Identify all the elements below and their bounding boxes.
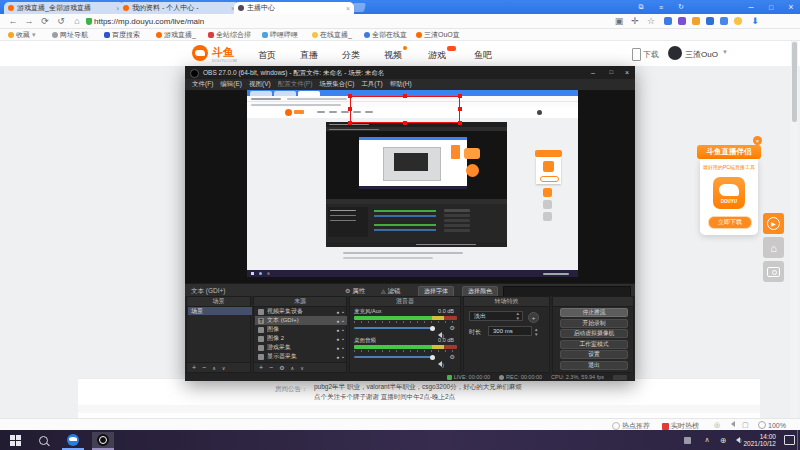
selection-handle[interactable] (403, 121, 407, 125)
gear-icon[interactable]: ⚙ (279, 364, 284, 371)
lock-icon[interactable]: ▪ (342, 309, 344, 315)
address-bar[interactable]: https://mp.douyu.com/live/main (94, 17, 204, 26)
username[interactable]: 三渣OuO (685, 49, 718, 60)
eye-icon[interactable]: ● (336, 309, 339, 315)
page-scrollbar[interactable] (791, 41, 798, 418)
obs-titlebar[interactable]: OBS 27.0.0 (64-bit, windows) - 配置文件: 未命名… (185, 66, 635, 79)
bookmark-item[interactable]: 网址导航 (52, 30, 88, 39)
duration-spinner[interactable]: ▲▼ (534, 327, 538, 337)
move-down-icon[interactable]: ∨ (222, 365, 226, 371)
check-icon[interactable]: ◎ (714, 421, 720, 429)
spinner-icons[interactable]: ▲▼ (516, 311, 520, 321)
selection-handle[interactable] (458, 94, 462, 98)
move-up-icon[interactable]: ∧ (291, 365, 295, 371)
promo-download-button[interactable]: 立即下载 (708, 216, 752, 229)
bookmark-item[interactable]: 哔哩哔哩 (262, 30, 298, 39)
bookmark-item[interactable]: 在线直播_ (312, 30, 352, 39)
duration-input[interactable]: 300 ms (488, 326, 532, 336)
settings-button[interactable]: 设置 (560, 350, 628, 359)
close-button[interactable]: × (782, 0, 800, 14)
download-icon[interactable]: ⬇ (748, 15, 762, 27)
obs-preview-canvas[interactable] (185, 90, 635, 283)
lock-icon[interactable]: ▪ (342, 336, 344, 342)
security-shield-icon[interactable] (86, 18, 92, 25)
extension-icon-2[interactable] (678, 17, 686, 25)
lock-icon[interactable]: ▪ (342, 345, 344, 351)
transitions-header[interactable]: 转场特效 (464, 297, 549, 307)
zoom-level[interactable]: 100% (758, 421, 786, 429)
menu-view[interactable]: 视图(V) (249, 80, 271, 89)
promo-close-icon[interactable]: × (753, 136, 762, 145)
properties-button[interactable]: ⚙ 属性 (345, 287, 365, 296)
mixer-header[interactable]: 混音器 (350, 297, 460, 307)
camera-quick-button[interactable] (763, 261, 784, 282)
move-up-icon[interactable]: ∧ (212, 365, 216, 371)
home-quick-button[interactable]: ⌂ (763, 237, 784, 258)
eye-icon[interactable]: ● (336, 327, 339, 333)
tab-close-icon[interactable]: × (346, 5, 350, 12)
selection-handle[interactable] (403, 94, 407, 98)
source-row[interactable]: 视频采集设备●▪ (255, 307, 347, 316)
speaker-icon[interactable]: ) (435, 353, 444, 371)
lock-icon[interactable]: ▪ (342, 318, 344, 324)
menu-edit[interactable]: 编辑(E) (220, 80, 242, 89)
eye-icon[interactable]: ● (336, 354, 339, 360)
browser-tab-2[interactable]: 我的资料 - 个人中心 - × (119, 2, 239, 14)
bookmark-item[interactable]: 百度搜索 (104, 30, 140, 39)
taskbar-obs[interactable] (92, 432, 114, 450)
source-row[interactable]: 显示器采集●▪ (255, 352, 347, 361)
remove-icon[interactable]: − (269, 364, 273, 371)
scenes-header[interactable]: 场景 (187, 297, 250, 307)
volume-slider[interactable] (354, 356, 434, 358)
remove-icon[interactable]: − (202, 364, 206, 371)
menu-icon[interactable]: ≡ (652, 0, 670, 14)
show-desktop-sliver[interactable] (797, 430, 798, 450)
nav-home[interactable]: 首页 (258, 49, 276, 62)
obs-close-icon[interactable]: × (625, 69, 629, 76)
download-link[interactable]: 下载 (643, 49, 659, 60)
menu-file[interactable]: 文件(F) (192, 80, 213, 89)
selection-handle[interactable] (348, 94, 352, 98)
selection-handle[interactable] (348, 121, 352, 125)
selection-handle[interactable] (458, 121, 462, 125)
sources-header[interactable]: 来源 (254, 297, 346, 307)
slider-handle[interactable] (430, 355, 435, 360)
add-icon[interactable]: + (192, 364, 196, 371)
scene-item[interactable]: 场景 (188, 307, 252, 315)
stop-streaming-button[interactable]: 停止推流 (560, 308, 628, 317)
volume-slider[interactable] (354, 327, 434, 329)
selection-handle[interactable] (458, 107, 462, 111)
menu-tools[interactable]: 工具(T) (361, 80, 382, 89)
nav-live[interactable]: 直播 (300, 49, 318, 62)
bookmark-favorites[interactable]: 收藏▾ (8, 30, 36, 39)
bookmark-item[interactable]: 全站综合排 (208, 30, 251, 39)
eye-icon[interactable]: ● (336, 345, 339, 351)
nav-game[interactable]: 游戏 (428, 49, 446, 62)
gear-icon[interactable]: ⚙ (450, 353, 455, 360)
home-icon[interactable]: ⌂ (70, 15, 84, 27)
exit-button[interactable]: 退出 (560, 361, 628, 370)
obs-minimize-icon[interactable]: – (591, 69, 595, 76)
source-selection-box[interactable] (350, 96, 460, 123)
selection-handle[interactable] (348, 107, 352, 111)
video-quick-button[interactable]: ▶ (763, 213, 784, 234)
qrcode-icon[interactable]: ▣ (612, 15, 626, 27)
taskbar-browser[interactable] (62, 432, 84, 450)
tab-tools-icon[interactable]: ⧉ (632, 0, 650, 14)
chevron-down-icon[interactable]: ▼ (722, 49, 728, 55)
add-icon[interactable]: + (259, 364, 263, 371)
eye-icon[interactable]: ● (336, 336, 339, 342)
douyu-logo-icon[interactable] (192, 45, 208, 61)
extension-icon-5[interactable] (720, 17, 728, 25)
box-icon[interactable]: ▢ (742, 421, 749, 429)
back-icon[interactable]: ← (6, 15, 20, 27)
browser-tab-3-active[interactable]: 主播中心 × (234, 2, 354, 14)
sound-icon[interactable] (728, 421, 735, 427)
forward-icon[interactable]: → (22, 15, 36, 27)
extension-icon-6[interactable] (734, 17, 742, 25)
refresh-icon[interactable]: ⟳ (38, 15, 52, 27)
menu-scene-collection[interactable]: 场景集合(C) (319, 80, 354, 89)
obs-maximize-icon[interactable]: □ (609, 69, 613, 75)
nav-video[interactable]: 视频 (384, 49, 402, 62)
bookmark-item[interactable]: 三渣OuO直 (416, 30, 460, 39)
